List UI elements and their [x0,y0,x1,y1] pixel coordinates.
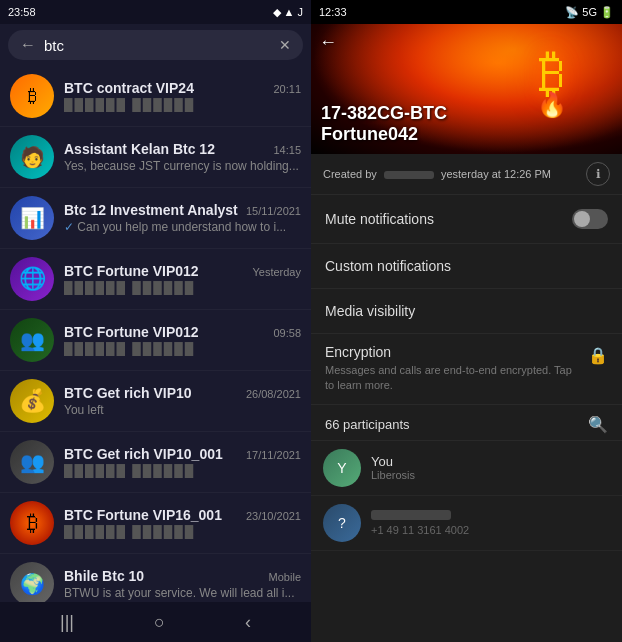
chat-preview: Yes, because JST currency is now holding… [64,159,301,173]
chat-time: 17/11/2021 [246,449,301,461]
back-button-right[interactable]: ← [319,32,337,53]
chat-name: BTC Fortune VIP16_001 [64,507,222,523]
participant-status: Liberosis [371,469,415,481]
list-item[interactable]: 💰 BTC Get rich VIP10 26/08/2021 You left [0,371,311,432]
chat-name: BTC Get rich VIP10_001 [64,446,223,462]
chat-info: BTC Fortune VIP012 09:58 ██████ ██████ [64,324,301,356]
chat-time: Yesterday [252,266,301,278]
info-icon[interactable]: ℹ [586,162,610,186]
lock-icon: 🔒 [588,346,608,365]
list-item[interactable]: 👥 BTC Get rich VIP10_001 17/11/2021 ████… [0,432,311,493]
chat-name: Btc 12 Investment Analyst [64,202,238,218]
chat-preview: ██████ ██████ [64,98,301,112]
nav-back-icon[interactable]: ‹ [245,612,251,633]
avatar: 🌍 [10,562,54,602]
participant-info: You Liberosis [371,454,415,481]
custom-label: Custom notifications [325,258,608,274]
group-header: ₿ 🔥 ← 17-382CG-BTC Fortune042 [311,24,622,154]
avatar: 📊 [10,196,54,240]
chat-name: BTC Fortune VIP012 [64,324,199,340]
search-input[interactable] [44,37,271,54]
chat-name: Assistant Kelan Btc 12 [64,141,215,157]
chat-list: ₿ BTC contract VIP24 20:11 ██████ ██████… [0,66,311,602]
chat-name: BTC Fortune VIP012 [64,263,199,279]
mute-toggle[interactable] [572,209,608,229]
chat-info: BTC Fortune VIP16_001 23/10/2021 ██████ … [64,507,301,539]
list-item[interactable]: ₿ BTC contract VIP24 20:11 ██████ ██████ [0,66,311,127]
list-item[interactable]: 👥 BTC Fortune VIP012 09:58 ██████ ██████ [0,310,311,371]
avatar: ₿ [10,501,54,545]
participant-name: You [371,454,415,469]
participants-search-icon[interactable]: 🔍 [588,415,608,434]
media-label: Media visibility [325,303,608,319]
nav-home-icon[interactable]: ○ [154,612,165,633]
participant-status: +1 49 11 3161 4002 [371,524,469,536]
status-icons-right: 📡 5G 🔋 [565,6,614,19]
encryption-desc: Messages and calls are end-to-end encryp… [325,363,580,394]
avatar: 👥 [10,440,54,484]
chat-time: 14:15 [273,144,301,156]
bottom-nav: ||| ○ ‹ [0,602,311,642]
chat-time: 20:11 [273,83,301,95]
chat-info: BTC Get rich VIP10 26/08/2021 You left [64,385,301,417]
chat-info: BTC Fortune VIP012 Yesterday ██████ ████… [64,263,301,295]
group-title-overlay: 17-382CG-BTC Fortune042 [321,103,612,146]
status-time-left: 23:58 [8,6,36,18]
chat-name: BTC Get rich VIP10 [64,385,192,401]
chat-preview: You left [64,403,301,417]
encryption-title: Encryption [325,344,580,360]
chat-time: 15/11/2021 [246,205,301,217]
search-clear-icon[interactable]: ✕ [279,37,291,53]
chat-preview: ██████ ██████ [64,281,301,295]
settings-section: Mute notifications Custom notifications … [311,195,622,642]
search-bar[interactable]: ← ✕ [8,30,303,60]
chat-info: Assistant Kelan Btc 12 14:15 Yes, becaus… [64,141,301,173]
chat-time: 26/08/2021 [246,388,301,400]
chat-info: BTC contract VIP24 20:11 ██████ ██████ [64,80,301,112]
avatar: 🧑 [10,135,54,179]
blurred-participant-name [371,510,451,520]
avatar: 👥 [10,318,54,362]
status-bar-right: 12:33 📡 5G 🔋 [311,0,622,24]
group-created-text: Created by yesterday at 12:26 PM [323,168,551,180]
mute-label: Mute notifications [325,211,572,227]
chat-time: 23/10/2021 [246,510,301,522]
participant-row[interactable]: Y You Liberosis [311,441,622,496]
media-visibility-row[interactable]: Media visibility [311,289,622,334]
status-icons-left: ◆ ▲ J [273,6,304,19]
chat-preview: ██████ ██████ [64,525,301,539]
list-item[interactable]: ₿ BTC Fortune VIP16_001 23/10/2021 █████… [0,493,311,554]
group-title: 17-382CG-BTC Fortune042 [321,103,612,146]
participant-avatar: ? [323,504,361,542]
blurred-creator [384,171,434,179]
mute-notifications-row[interactable]: Mute notifications [311,195,622,244]
list-item[interactable]: 🧑 Assistant Kelan Btc 12 14:15 Yes, beca… [0,127,311,188]
group-info-bar: Created by yesterday at 12:26 PM ℹ [311,154,622,195]
participants-count: 66 participants [325,417,410,432]
search-back-arrow[interactable]: ← [20,36,36,54]
chat-time: 09:58 [273,327,301,339]
avatar: 💰 [10,379,54,423]
encryption-content: Encryption Messages and calls are end-to… [325,344,580,394]
avatar: ₿ [10,74,54,118]
chat-info: Btc 12 Investment Analyst 15/11/2021 ✓ C… [64,202,301,234]
avatar: 🌐 [10,257,54,301]
status-time-right: 12:33 [319,6,347,18]
list-item[interactable]: 🌐 BTC Fortune VIP012 Yesterday ██████ ██… [0,249,311,310]
chat-preview: ✓ Can you help me understand how to i... [64,220,301,234]
nav-menu-icon[interactable]: ||| [60,612,74,633]
chat-info: Bhile Btc 10 Mobile BTWU is at your serv… [64,568,301,600]
chat-preview: BTWU is at your service. We will lead al… [64,586,301,600]
participant-info: +1 49 11 3161 4002 [371,510,469,536]
left-panel: 23:58 ◆ ▲ J ← ✕ ₿ BTC contract VIP24 20:… [0,0,311,642]
encryption-row[interactable]: Encryption Messages and calls are end-to… [311,334,622,405]
list-item[interactable]: 🌍 Bhile Btc 10 Mobile BTWU is at your se… [0,554,311,602]
list-item[interactable]: 📊 Btc 12 Investment Analyst 15/11/2021 ✓… [0,188,311,249]
chat-preview: ██████ ██████ [64,342,301,356]
participant-row[interactable]: ? +1 49 11 3161 4002 [311,496,622,551]
status-bar-left: 23:58 ◆ ▲ J [0,0,311,24]
chat-info: BTC Get rich VIP10_001 17/11/2021 ██████… [64,446,301,478]
custom-notifications-row[interactable]: Custom notifications [311,244,622,289]
chat-preview: ██████ ██████ [64,464,301,478]
chat-time: Mobile [269,571,301,583]
